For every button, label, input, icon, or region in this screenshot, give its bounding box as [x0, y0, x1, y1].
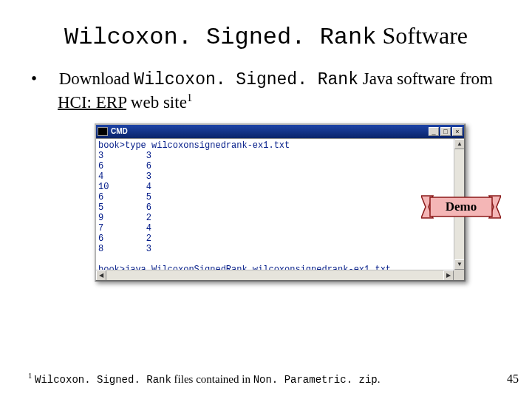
title-plain: Software: [376, 22, 468, 49]
bullet-mid: Java software from: [358, 69, 493, 88]
footnote-sup: 1: [28, 372, 32, 380]
scroll-left-button[interactable]: ◀: [96, 270, 106, 280]
bullet-marker: •: [44, 69, 55, 90]
scroll-right-button[interactable]: ▶: [443, 270, 454, 280]
demo-ribbon: Demo: [421, 191, 501, 222]
minimize-button[interactable]: _: [429, 127, 439, 136]
demo-label: Demo: [421, 191, 501, 222]
bullet-sup: 1: [187, 92, 192, 103]
footnote-mid: files contained in: [171, 373, 253, 385]
bullet-link: HCI: ERP: [58, 92, 126, 111]
footnote-mono2: Non. Parametric. zip: [253, 374, 378, 386]
footnote: 1 Wilcoxon. Signed. Rank files contained…: [28, 372, 380, 386]
window-titlebar: CMD _ □ ×: [96, 125, 464, 138]
title-mono: Wilcoxon. Signed. Rank: [64, 24, 376, 51]
window-title: CMD: [111, 128, 128, 135]
slide-title: Wilcoxon. Signed. Rank Software: [37, 22, 495, 51]
horizontal-scrollbar[interactable]: ◀ ▶: [96, 270, 454, 280]
cmd-screenshot: CMD _ □ × book>type wilcoxonsignedrank-e…: [95, 123, 466, 282]
maximize-button[interactable]: □: [440, 127, 451, 136]
page-number: 45: [507, 372, 519, 386]
scroll-up-button[interactable]: ▲: [454, 139, 464, 149]
bullet-mono: Wilcoxon. Signed. Rank: [134, 70, 358, 89]
terminal-output: book>type wilcoxonsignedrank-ex1.txt 3 3…: [96, 139, 464, 280]
footnote-tail: .: [378, 373, 381, 385]
scrollbar-corner: [454, 270, 464, 280]
close-button[interactable]: ×: [452, 127, 463, 136]
footnote-mono1: Wilcoxon. Signed. Rank: [35, 374, 171, 386]
bullet-tail: web site: [126, 92, 187, 111]
bullet-item: • Download Wilcoxon. Signed. Rank Java s…: [37, 69, 495, 113]
scroll-down-button[interactable]: ▼: [454, 259, 464, 270]
cmd-icon: [98, 127, 108, 136]
bullet-lead: Download: [59, 69, 134, 88]
